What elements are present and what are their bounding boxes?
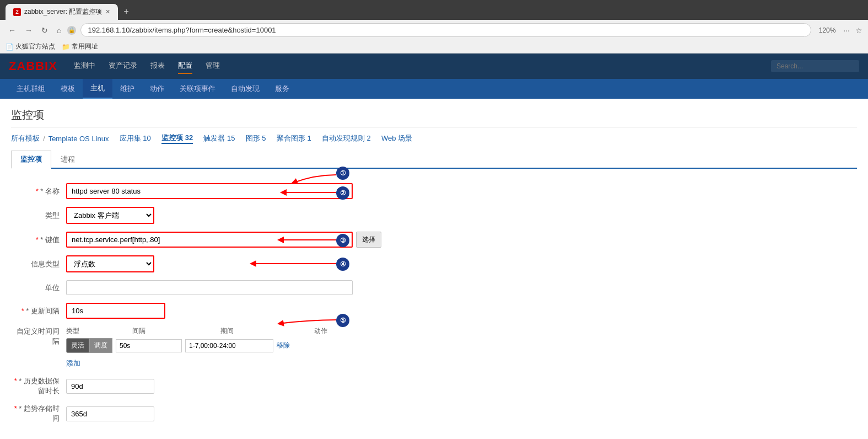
name-label: * 名称 — [11, 186, 66, 196]
browser-tab-active[interactable]: Z zabbix_server: 配置监控项 ✕ — [6, 4, 118, 20]
zoom-level: 120% — [815, 26, 840, 34]
browser-tabs: Z zabbix_server: 配置监控项 ✕ + — [6, 3, 862, 20]
unit-label: 单位 — [11, 283, 66, 293]
arrow-1 — [281, 172, 342, 190]
breadcrumb-triggers[interactable]: 触发器 15 — [203, 133, 235, 143]
nav-config[interactable]: 配置 — [178, 58, 192, 74]
form-tabs: 监控项 进程 — [11, 151, 857, 169]
breadcrumb-graphs[interactable]: 图形 5 — [246, 133, 266, 143]
trend-label: * 趋势存储时间 — [11, 404, 66, 424]
tab-close-button[interactable]: ✕ — [105, 8, 110, 15]
ci-data-row: 灵活 调度 移除 — [66, 338, 347, 353]
breadcrumb: 所有模板 / Template OS Linux 应用集 10 监控项 32 触… — [11, 133, 857, 144]
breadcrumb-webscenario[interactable]: Web 场景 — [381, 133, 412, 143]
ci-remove-button[interactable]: 移除 — [277, 341, 290, 350]
interval-input[interactable] — [66, 303, 165, 319]
subnav-discovery[interactable]: 自动发现 — [223, 79, 267, 99]
nav-admin[interactable]: 管理 — [206, 58, 220, 74]
ci-interval-input[interactable] — [116, 339, 182, 352]
main-nav: 监测中 资产记录 报表 配置 管理 — [74, 58, 220, 74]
page-content: 监控项 所有模板 / Template OS Linux 应用集 10 监控项 … — [0, 99, 868, 439]
trend-input[interactable] — [66, 406, 154, 421]
forward-button[interactable]: → — [22, 25, 35, 36]
type-select[interactable]: Zabbix 客户端 — [66, 207, 154, 224]
subnav-events[interactable]: 关联项事件 — [172, 79, 223, 99]
type-label: 类型 — [11, 211, 66, 221]
form-area: * 名称 ① ② 类型 Zab — [11, 178, 507, 437]
breadcrumb-screens[interactable]: 聚合图形 1 — [277, 133, 311, 143]
subnav-actions[interactable]: 动作 — [142, 79, 172, 99]
breadcrumb-space — [112, 135, 116, 143]
bookmarks-bar: 📄 火狐官方站点 📁 常用网址 — [0, 40, 868, 53]
unit-row: 单位 — [11, 280, 507, 295]
breadcrumb-root[interactable]: 所有模板 — [11, 133, 40, 143]
reload-button[interactable]: ↻ — [39, 25, 51, 36]
add-interval-link[interactable]: 添加 — [66, 358, 80, 368]
bookmark-firefox[interactable]: 📄 火狐官方站点 — [6, 42, 55, 51]
bookmark-icon: 📄 — [6, 43, 14, 51]
tab-process[interactable]: 进程 — [51, 151, 84, 169]
subnav-maintenance[interactable]: 维护 — [112, 79, 142, 99]
tab-items[interactable]: 监控项 — [11, 151, 51, 169]
search-input[interactable] — [771, 60, 859, 72]
arrow-5 — [270, 317, 339, 335]
arrow-3 — [270, 236, 339, 246]
items-label: 监控项 — [161, 133, 183, 142]
address-bar-input[interactable] — [80, 23, 811, 37]
ci-type-buttons: 灵活 调度 — [66, 338, 112, 353]
history-input[interactable] — [66, 379, 154, 394]
bookmark-label-2: 常用网址 — [72, 42, 98, 51]
interval-row: * 更新间隔 ⑤ — [11, 303, 507, 319]
key-select-button[interactable]: 选择 — [356, 232, 381, 248]
interval-label: * 更新间隔 — [11, 306, 66, 316]
home-button[interactable]: ⌂ — [54, 25, 64, 36]
bookmark-button[interactable]: ☆ — [855, 26, 862, 35]
items-count: 32 — [185, 133, 193, 142]
history-row: * 历史数据保留时长 — [11, 376, 507, 396]
appsets-count: 10 — [143, 134, 150, 142]
bookmark-common[interactable]: 📁 常用网址 — [62, 42, 98, 51]
infotype-select[interactable]: 浮点数 — [66, 255, 154, 272]
name-row: * 名称 ① ② — [11, 183, 507, 199]
zabbix-logo-text: ZABBIX — [9, 59, 57, 73]
breadcrumb-autodisc[interactable]: 自动发现规则 2 — [322, 133, 371, 143]
bookmark-label: 火狐官方站点 — [15, 42, 55, 51]
key-label: * 键值 — [11, 235, 66, 245]
tab-favicon: Z — [13, 8, 21, 16]
type-row: 类型 Zabbix 客户端 — [11, 207, 507, 224]
ci-col-type: 类型 — [66, 326, 127, 336]
breadcrumb-appsets[interactable]: 应用集 10 — [120, 133, 151, 143]
custom-interval-label: 自定义时间间隔 — [11, 326, 66, 346]
breadcrumb-items[interactable]: 监控项 32 — [161, 133, 193, 144]
ci-schedule-button[interactable]: 调度 — [89, 338, 112, 353]
subnav-hosts[interactable]: 主机 — [83, 79, 112, 99]
zabbix-header: ZABBIX 监测中 资产记录 报表 配置 管理 — [0, 53, 868, 79]
nav-assets[interactable]: 资产记录 — [109, 58, 137, 74]
nav-reports[interactable]: 报表 — [150, 58, 165, 74]
arrow-2 — [273, 189, 339, 199]
ci-flexible-button[interactable]: 灵活 — [66, 338, 89, 353]
nav-monitoring[interactable]: 监测中 — [74, 58, 95, 74]
appsets-label: 应用集 — [120, 134, 141, 142]
custom-interval-row: 自定义时间间隔 类型 间隔 期间 动作 灵活 调度 移除 — [11, 326, 507, 368]
new-tab-button[interactable]: + — [118, 3, 134, 20]
security-icon: 🔒 — [67, 26, 76, 35]
infotype-label: 信息类型 — [11, 259, 66, 269]
ci-col-interval: 间隔 — [132, 326, 215, 336]
page-title: 监控项 — [11, 108, 857, 127]
subnav-templates[interactable]: 模板 — [53, 79, 83, 99]
breadcrumb-sep1: / — [43, 135, 45, 143]
subnav-services[interactable]: 服务 — [267, 79, 297, 99]
trend-row: * 趋势存储时间 — [11, 404, 507, 424]
more-options-button[interactable]: ··· — [843, 26, 850, 35]
key-row: * 键值 选择 ③ — [11, 232, 507, 248]
unit-input[interactable] — [66, 280, 353, 295]
bookmark-folder-icon: 📁 — [62, 43, 70, 51]
zabbix-logo: ZABBIX — [9, 59, 57, 73]
breadcrumb-parent[interactable]: Template OS Linux — [48, 135, 109, 143]
tab-title: zabbix_server: 配置监控项 — [24, 7, 102, 17]
subnav-hostgroups[interactable]: 主机群组 — [9, 79, 53, 99]
ci-period-input[interactable] — [185, 339, 273, 352]
infotype-row: 信息类型 浮点数 ④ — [11, 255, 507, 272]
back-button[interactable]: ← — [6, 25, 19, 36]
